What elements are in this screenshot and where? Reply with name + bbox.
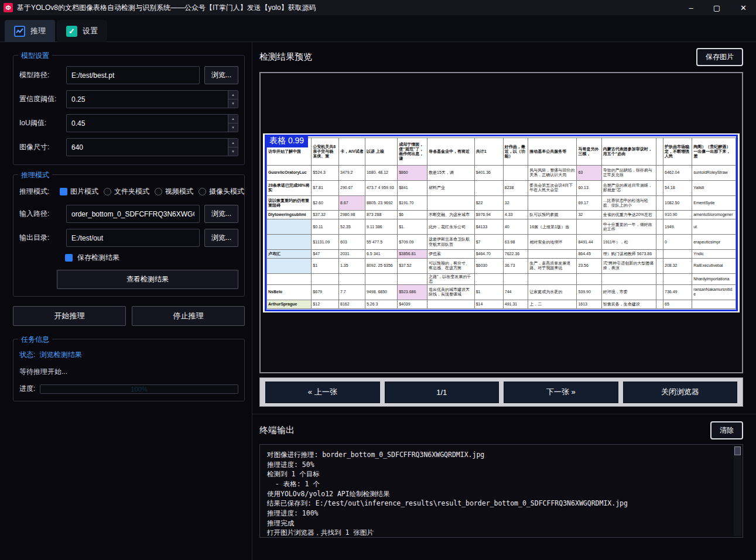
table-cell: 8162 <box>339 300 365 308</box>
table-cell: 式“两种引进创新的大型团体操，表演 <box>601 258 656 273</box>
save-results-label: 保存检测结果 <box>77 253 119 263</box>
clear-terminal-button[interactable]: 清除 <box>710 421 743 439</box>
confidence-input[interactable] <box>66 90 238 108</box>
table-cell <box>577 273 601 284</box>
mode-image[interactable]: 图片模式 <box>60 187 98 197</box>
title-bar: Φ 基于YOLOv8的文档图像表格自动检测与识别系统——公众号【IT掌门人】发送… <box>0 0 756 15</box>
table-cell: $1131.09 <box>312 235 339 250</box>
spin-up-icon[interactable]: ▲ <box>228 91 238 99</box>
table-cell: 伊也索 <box>427 249 475 258</box>
table-cell <box>656 195 663 211</box>
input-path-input[interactable] <box>66 205 200 223</box>
tab-inference[interactable]: 推理 <box>5 20 55 42</box>
table-cell: $3856.81 <box>398 249 427 258</box>
table-cell: 54.18 <box>663 180 692 195</box>
status-label: 状态: <box>19 351 35 359</box>
prev-image-button[interactable]: « 上一张 <box>265 382 380 403</box>
spin-down-icon[interactable]: ▼ <box>228 99 238 108</box>
table-cell: 1949. <box>663 219 692 235</box>
spin-up-icon[interactable]: ▲ <box>228 139 238 147</box>
mode-camera[interactable]: 摄像头模式 <box>199 187 244 197</box>
table-cell: 32 <box>503 195 528 211</box>
control-panel: 模型设置 模型路径: 浏览... 置信度阈值: ▲▼ IoU阈值: ▲▼ <box>0 42 252 560</box>
close-button[interactable]: ✕ <box>740 4 747 12</box>
maximize-button[interactable]: ▢ <box>713 4 720 12</box>
preview-area: 表格 0.99 访华开始了解中国公安机关共8 亲子交与杨某侠、重卡，AIV试者以… <box>259 72 743 373</box>
inference-mode-title: 推理模式 <box>18 170 52 180</box>
table-cell: 16届（上报第1版）当 <box>528 219 577 235</box>
start-inference-button[interactable]: 开始推理 <box>13 306 126 326</box>
table-cell: $37.52 <box>398 258 427 273</box>
radio-icon[interactable] <box>104 188 111 195</box>
mode-video[interactable]: 视频模式 <box>155 187 193 197</box>
image-size-input[interactable] <box>66 138 238 156</box>
table-header-cell: 共计1 <box>474 138 503 166</box>
confidence-spinner[interactable]: ▲▼ <box>228 91 238 108</box>
table-cell: 55 477.5 <box>365 235 397 250</box>
table-cell: $2.60 <box>312 195 339 211</box>
tab-settings[interactable]: ✓ 设置 <box>57 20 107 42</box>
spin-down-icon[interactable]: ▼ <box>228 147 238 156</box>
save-results-checkbox[interactable]: 保存检测结果 <box>65 253 238 263</box>
output-dir-browse-button[interactable]: 浏览... <box>204 229 238 247</box>
table-cell: $191.70 <box>398 195 427 211</box>
radio-icon[interactable] <box>199 188 206 195</box>
iou-spinner[interactable]: ▲▼ <box>228 115 238 132</box>
mode-folder-label: 文件夹模式 <box>114 187 149 197</box>
scrollbar-thumb[interactable] <box>734 446 741 455</box>
table-cell: 合肥产业的表述日常测维，那就是“芯 <box>601 180 656 195</box>
checkbox-checked-icon[interactable] <box>65 254 73 262</box>
output-dir-label: 输出目录: <box>19 233 61 243</box>
model-path-input[interactable] <box>66 66 200 84</box>
minimize-button[interactable]: – <box>689 4 693 12</box>
next-image-button[interactable]: 下一张 » <box>504 382 618 403</box>
table-cell: erapeuticsimpr <box>692 235 736 250</box>
radio-icon[interactable] <box>155 188 162 195</box>
table-cell: NsBelo <box>267 284 312 300</box>
terminal-scrollbar[interactable] <box>734 446 741 536</box>
table-cell: $1 <box>312 258 339 273</box>
document-table-wrap: 访华开始了解中国公安机关共8 亲子交与杨某侠、重卡，AIV试者以讲 上核成却于情… <box>266 138 736 309</box>
table-cell: $841 <box>398 180 427 195</box>
save-image-button[interactable]: 保存图片 <box>696 48 743 66</box>
table-cell: 63.98 <box>503 235 528 250</box>
table-cell <box>656 284 663 300</box>
table-cell: 导致的产品缺陷，很容易与正常反充很 <box>601 166 656 181</box>
close-browser-button[interactable]: 关闭浏览器 <box>623 382 738 403</box>
table-cell: $976.94 <box>474 211 503 219</box>
image-size-spinner[interactable]: ▲▼ <box>228 139 238 156</box>
table-cell: 卢布汇 <box>267 249 312 258</box>
table-cell: EmentSyde <box>692 195 736 211</box>
table-cell: 可以预期的，有分寸、有息感、在这方面 <box>427 258 475 273</box>
iou-input[interactable] <box>66 114 238 132</box>
view-results-button[interactable]: 查看检测结果 <box>57 270 238 289</box>
table-cell: 生产，走高质量发展道路。对于我国来说 <box>528 258 577 273</box>
table-header-cell: 内蒙古代表团参加审议时，用五个“必由 <box>601 138 656 166</box>
table-header-cell: 以讲 上核 <box>365 138 397 166</box>
table-cell: 63 <box>577 166 601 181</box>
table-header-cell: 导各基金业中，有将近 <box>427 138 475 166</box>
output-dir-input[interactable] <box>66 229 200 247</box>
confidence-label: 置信度阈值: <box>19 94 61 104</box>
table-header-cell: 卡，AIV试者 <box>339 138 365 166</box>
model-path-browse-button[interactable]: 浏览... <box>204 66 238 84</box>
table-cell: ArthurSprague <box>267 300 312 308</box>
table-cell <box>656 249 663 258</box>
inference-mode-group: 推理模式 推理模式: 图片模式 文件夹模式 视频模式 摄像头模式 <box>13 174 245 297</box>
table-cell: 智囊装备，生命建设 <box>601 300 656 308</box>
input-path-browse-button[interactable]: 浏览... <box>204 205 238 223</box>
table-header-cell: 马哥是另外三模， <box>577 138 601 166</box>
table-cell: $464.70 <box>474 249 503 258</box>
table-cell: 6462.04 <box>663 166 692 181</box>
table-cell: $37.32 <box>312 211 339 219</box>
table-cell: 40 <box>503 219 528 235</box>
checkbox-checked-icon[interactable] <box>60 188 67 195</box>
spin-up-icon[interactable]: ▲ <box>228 115 238 123</box>
table-cell <box>267 235 312 250</box>
stop-inference-button[interactable]: 停止推理 <box>132 306 245 326</box>
spin-down-icon[interactable]: ▼ <box>228 123 238 132</box>
table-cell: 8491.44 <box>577 235 601 250</box>
mode-folder[interactable]: 文件夹模式 <box>104 187 149 197</box>
table-cell: $0.11 <box>312 219 339 235</box>
table-cell: 910.90 <box>663 211 692 219</box>
